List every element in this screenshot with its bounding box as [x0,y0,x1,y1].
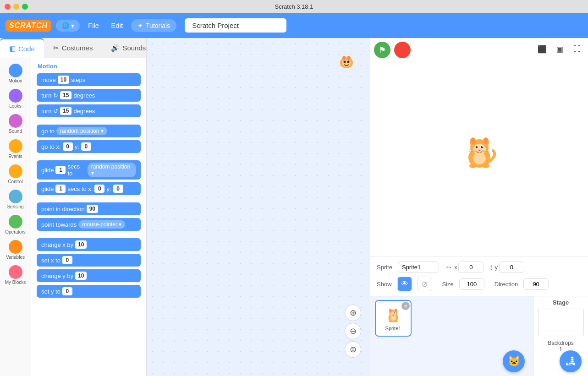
block-glide1[interactable]: glide 1 secs to random position ▾ [37,160,141,180]
cat-looks[interactable]: Looks [0,87,31,110]
direction-label: Direction [495,281,518,288]
block-set-y[interactable]: set y to 0 [37,285,141,298]
block-point-dir[interactable]: point in direction 90 [37,202,141,215]
cat-variables[interactable]: Variables [0,238,31,262]
file-menu[interactable]: File [84,19,103,32]
show-visible-button[interactable]: 👁 [397,277,412,291]
block-set-x[interactable]: set x to 0 [37,254,141,267]
cat-myblocks[interactable]: My Blocks [0,263,31,287]
svg-point-43 [390,316,396,321]
svg-point-40 [393,314,394,315]
block-text: secs to x: [67,185,93,192]
block-turn-ccw[interactable]: turn ↺ 15 degrees [37,104,141,117]
block-dropdown-glide1[interactable]: random position ▾ [88,163,136,177]
x-input[interactable] [458,262,484,273]
edit-menu[interactable]: Edit [107,19,126,32]
cat-control[interactable]: Control [0,163,31,186]
block-input-y[interactable]: 0 [81,142,91,151]
svg-point-33 [390,309,391,312]
events-label: Events [8,154,22,159]
flag-icon: ⚑ [379,45,386,55]
cat-events[interactable]: Events [0,137,31,161]
globe-button[interactable]: 🌐 ▾ [56,20,80,32]
block-change-y[interactable]: change y by 10 [37,269,141,282]
block-text: point towards [41,221,77,228]
svg-point-26 [469,163,477,168]
block-input-set-y[interactable]: 0 [62,287,72,295]
svg-point-6 [343,56,346,60]
svg-point-18 [481,146,483,148]
block-text: glide [41,185,54,192]
minimize-button[interactable] [13,4,19,10]
zoom-in-button[interactable]: ⊕ [345,305,361,321]
block-input-x[interactable]: 0 [63,142,73,151]
tutorials-label: Tutorials [146,22,170,29]
block-input-change-x[interactable]: 10 [75,240,87,249]
block-turn-cw[interactable]: turn ↻ 15 degrees [37,89,141,102]
code-area[interactable]: ⊕ ⊖ ⊜ [147,38,370,376]
cat-sound[interactable]: Sound [0,112,31,136]
sprite-label: Sprite [377,264,392,271]
block-input-set-x[interactable]: 0 [62,256,72,264]
block-change-x[interactable]: change x by 10 [37,238,141,251]
y-input[interactable] [499,262,524,273]
fit-icon: ⊜ [350,344,357,354]
add-sprite-icon: 🐱 [508,355,520,367]
block-input-change-y[interactable]: 10 [75,272,87,280]
block-text: change y by [41,272,73,279]
direction-input[interactable] [523,278,549,290]
block-goto-xy[interactable]: go to x: 0 y: 0 [37,140,141,153]
add-sprite-button[interactable]: 🐱 [503,350,525,372]
eye-off-icon: ⊘ [422,280,428,289]
block-input-glide2-t[interactable]: 1 [55,185,66,193]
tutorials-button[interactable]: ✦ Tutorials [131,19,176,32]
stop-button[interactable] [394,42,411,58]
sensing-label: Sensing [7,204,23,209]
block-glide2[interactable]: glide 1 secs to x: 0 y: 0 [37,182,141,195]
tab-costumes[interactable]: ✂ Costumes [44,38,102,58]
code-grid-bg [147,38,370,376]
project-name-input[interactable] [185,18,286,33]
y-group: ↕ y [489,262,524,273]
block-move[interactable]: move 10 steps [37,73,141,86]
cat-sensing[interactable]: Sensing [0,188,31,211]
stage-controls: ⚑ [374,42,411,58]
maximize-button[interactable] [22,4,28,10]
svg-point-38 [391,312,392,313]
close-button[interactable] [5,4,11,10]
sounds-tab-label: Sounds [122,44,146,52]
sprite-card-sprite1[interactable]: ✕ [375,300,412,337]
block-dropdown-towards[interactable]: mouse-pointer ▾ [78,220,125,229]
block-input-dir[interactable]: 90 [87,205,98,213]
tab-code[interactable]: ◧ Code [0,38,44,58]
block-input-glide2-y[interactable]: 0 [113,185,123,193]
block-dropdown-goto[interactable]: random position ▾ [56,127,107,135]
size-input[interactable] [459,278,484,290]
title-bar-text: Scratch 3.18.1 [275,3,313,10]
zoom-out-button[interactable]: ⊖ [345,323,361,339]
green-flag-button[interactable]: ⚑ [374,42,390,58]
block-input-turn-ccw[interactable]: 15 [60,107,71,115]
block-text: secs to [67,163,85,177]
sprite-name-input[interactable] [398,262,439,273]
variables-circle [9,240,22,254]
block-input-move[interactable]: 10 [58,76,69,84]
fit-screen-button[interactable]: ⊜ [345,341,361,358]
sprite-info: Sprite ↔ x ↕ y Show 👁 ⊘ [370,256,588,296]
cat-motion[interactable]: Motion [0,62,31,85]
block-goto[interactable]: go to random position ▾ [37,125,141,137]
svg-point-42 [395,320,398,322]
block-input-turn-cw[interactable]: 15 [60,91,71,99]
cat-operators[interactable]: Operators [0,213,31,236]
block-point-towards[interactable]: point towards mouse-pointer ▾ [37,218,141,231]
sprite-delete-button[interactable]: ✕ [401,302,410,310]
tutorials-icon: ✦ [137,22,143,29]
add-stage-button[interactable]: 🏞 [560,350,582,372]
show-hidden-button[interactable]: ⊘ [418,277,432,291]
block-text: set x to [41,257,60,264]
block-input-glide2-x[interactable]: 0 [94,185,104,193]
normal-stage-button[interactable]: ▣ [552,42,567,56]
small-stage-button[interactable]: ⬛ [535,42,550,56]
block-input-glide1[interactable]: 1 [55,166,66,174]
fullscreen-button[interactable]: ⛶ [570,42,584,56]
